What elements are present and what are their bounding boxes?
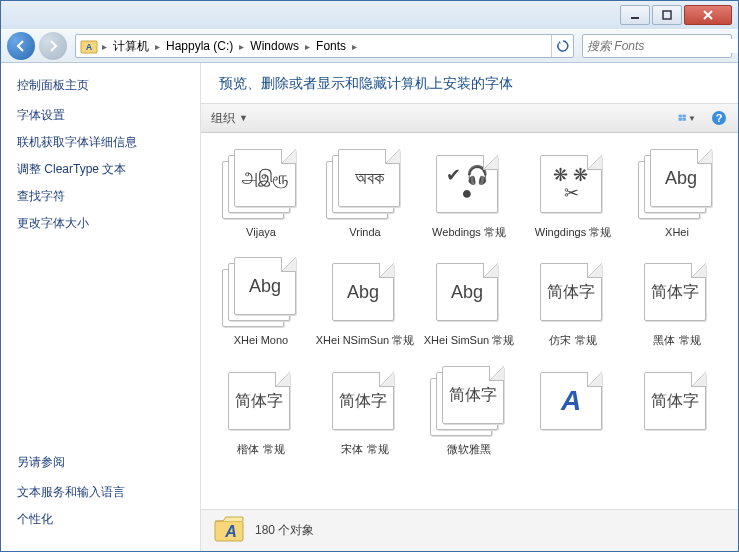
font-label: 宋体 常规 — [315, 442, 415, 456]
main-content: 预览、删除或者显示和隐藏计算机上安装的字体 组织 ▼ ▼ ? — [201, 63, 738, 551]
svg-text:A: A — [86, 42, 93, 52]
breadcrumb-segment[interactable]: Windows — [246, 39, 303, 53]
fonts-folder-icon: A — [213, 515, 245, 547]
font-label: 微软雅黑 — [419, 442, 519, 456]
font-item[interactable]: 简体字宋体 常规 — [315, 366, 415, 456]
font-item[interactable]: 简体字仿宋 常规 — [523, 257, 623, 347]
font-item[interactable]: ✔ 🎧 ●Webdings 常规 — [419, 149, 519, 239]
refresh-button[interactable] — [551, 35, 573, 57]
font-item[interactable]: 简体字微软雅黑 — [419, 366, 519, 456]
font-item[interactable]: AbgXHei NSimSun 常规 — [315, 257, 415, 347]
title-bar — [1, 1, 738, 29]
view-options-button[interactable]: ▼ — [678, 109, 696, 127]
sidebar-link[interactable]: 更改字体大小 — [17, 210, 184, 237]
font-label: XHei NSimSun 常规 — [315, 333, 415, 347]
sidebar-heading-also: 另请参阅 — [17, 454, 184, 471]
maximize-button[interactable] — [652, 5, 682, 25]
font-item[interactable]: অবকVrinda — [315, 149, 415, 239]
help-button[interactable]: ? — [710, 109, 728, 127]
font-sample: 简体字 — [445, 387, 501, 403]
font-label: Wingdings 常规 — [523, 225, 623, 239]
sidebar-link[interactable]: 联机获取字体详细信息 — [17, 129, 184, 156]
font-label: XHei — [627, 225, 727, 239]
font-item[interactable]: 简体字 — [627, 366, 727, 456]
chevron-right-icon: ▸ — [350, 41, 359, 52]
font-sample: ❋ ❋ ✂ — [541, 166, 601, 202]
svg-rect-9 — [682, 115, 685, 118]
font-item[interactable]: ❋ ❋ ✂Wingdings 常规 — [523, 149, 623, 239]
sidebar-heading-main: 控制面板主页 — [17, 77, 184, 94]
svg-rect-8 — [679, 115, 682, 118]
status-count: 180 个对象 — [255, 522, 314, 539]
chevron-down-icon: ▼ — [239, 113, 248, 123]
font-sample: Abg — [245, 277, 285, 295]
forward-button[interactable] — [39, 32, 67, 60]
font-sample: 简体字 — [647, 393, 703, 409]
font-label: XHei Mono — [211, 333, 311, 347]
font-label: XHei SimSun 常规 — [419, 333, 519, 347]
font-sample: Abg — [343, 283, 383, 301]
svg-rect-11 — [682, 118, 685, 121]
page-title: 预览、删除或者显示和隐藏计算机上安装的字体 — [219, 75, 720, 93]
chevron-right-icon: ▸ — [303, 41, 312, 52]
address-bar[interactable]: A ▸ 计算机▸Happyla (C:)▸Windows▸Fonts▸ — [75, 34, 574, 58]
minimize-button[interactable] — [620, 5, 650, 25]
svg-text:A: A — [224, 523, 237, 540]
status-bar: A 180 个对象 — [201, 509, 738, 551]
font-sample: ✔ 🎧 ● — [437, 166, 497, 202]
fonts-folder-icon: A — [78, 36, 100, 56]
chevron-right-icon: ▸ — [237, 41, 246, 52]
breadcrumb-segment[interactable]: 计算机 — [109, 38, 153, 55]
font-grid: 安装成功的字体 அஇரூVijayaঅবকVrinda✔ 🎧 ●Webdings… — [201, 133, 738, 509]
font-sample: 简体字 — [335, 393, 391, 409]
svg-rect-10 — [679, 118, 682, 121]
font-label: Vrinda — [315, 225, 415, 239]
font-label: 黑体 常规 — [627, 333, 727, 347]
svg-text:?: ? — [716, 112, 723, 124]
font-sample: அஇரூ — [238, 169, 293, 187]
search-input[interactable] — [587, 39, 738, 53]
search-box[interactable] — [582, 34, 732, 58]
font-label: Vijaya — [211, 225, 311, 239]
font-sample: 简体字 — [231, 393, 287, 409]
sidebar-link[interactable]: 字体设置 — [17, 102, 184, 129]
font-item[interactable]: அஇரூVijaya — [211, 149, 311, 239]
font-label: Webdings 常规 — [419, 225, 519, 239]
font-sample: Abg — [447, 283, 487, 301]
organize-button[interactable]: 组织 ▼ — [211, 110, 248, 127]
font-item[interactable]: 简体字黑体 常规 — [627, 257, 727, 347]
sidebar-link[interactable]: 调整 ClearType 文本 — [17, 156, 184, 183]
font-sample: অবক — [351, 169, 388, 187]
font-item[interactable]: AbgXHei — [627, 149, 727, 239]
font-item[interactable]: AbgXHei SimSun 常规 — [419, 257, 519, 347]
toolbar: 组织 ▼ ▼ ? — [201, 103, 738, 133]
sidebar-link[interactable]: 查找字符 — [17, 183, 184, 210]
breadcrumb-segment[interactable]: Happyla (C:) — [162, 39, 237, 53]
back-button[interactable] — [7, 32, 35, 60]
font-label: 楷体 常规 — [211, 442, 311, 456]
sidebar-link[interactable]: 文本服务和输入语言 — [17, 479, 184, 506]
sidebar: 控制面板主页 字体设置联机获取字体详细信息调整 ClearType 文本查找字符… — [1, 63, 201, 551]
font-label: 仿宋 常规 — [523, 333, 623, 347]
font-sample: A — [557, 387, 585, 415]
sidebar-link[interactable]: 个性化 — [17, 506, 184, 533]
font-item[interactable]: A — [523, 366, 623, 456]
font-sample: Abg — [661, 169, 701, 187]
font-sample: 简体字 — [543, 284, 599, 300]
svg-rect-1 — [663, 11, 671, 19]
font-item[interactable]: AbgXHei Mono — [211, 257, 311, 347]
chevron-right-icon: ▸ — [153, 41, 162, 52]
chevron-right-icon: ▸ — [100, 41, 109, 52]
font-sample: 简体字 — [647, 284, 703, 300]
breadcrumb-segment[interactable]: Fonts — [312, 39, 350, 53]
nav-bar: A ▸ 计算机▸Happyla (C:)▸Windows▸Fonts▸ — [1, 29, 738, 63]
close-button[interactable] — [684, 5, 732, 25]
font-item[interactable]: 简体字楷体 常规 — [211, 366, 311, 456]
